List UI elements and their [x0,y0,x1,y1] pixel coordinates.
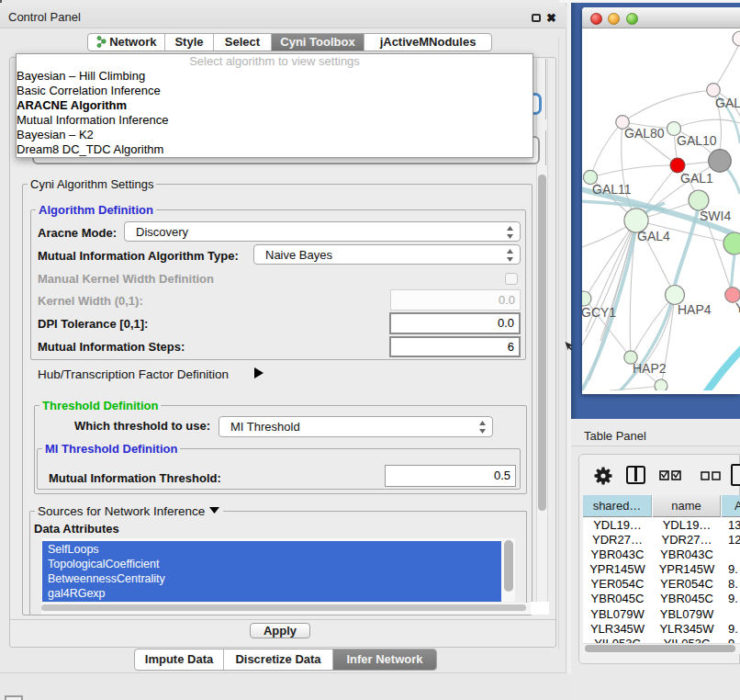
svg-text:GAL11: GAL11 [592,182,632,197]
svg-text:GAL: GAL [715,96,740,110]
svg-text:SWI4: SWI4 [700,209,731,223]
svg-text:GAL80: GAL80 [624,126,665,141]
svg-text:GAL10: GAL10 [677,133,717,148]
svg-text:GCY1: GCY1 [582,305,616,320]
svg-text:HAP4: HAP4 [678,302,712,317]
svg-text:GAL4: GAL4 [637,229,670,243]
svg-text:GAL1: GAL1 [680,171,713,186]
svg-text:Y: Y [735,300,740,315]
svg-text:HAP2: HAP2 [633,361,667,376]
